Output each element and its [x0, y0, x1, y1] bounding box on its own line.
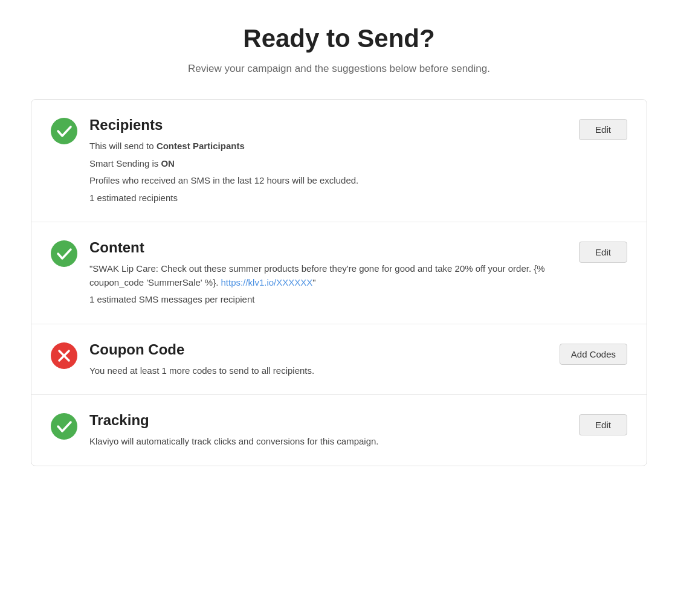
coupon-action: Add Codes — [560, 344, 627, 365]
recipients-list-name: Contest Participants — [157, 141, 245, 151]
content-action: Edit — [579, 242, 627, 263]
content-status-icon — [51, 240, 77, 267]
add-codes-button[interactable]: Add Codes — [560, 344, 627, 365]
page-title: Ready to Send? — [31, 24, 647, 53]
svg-point-0 — [51, 118, 77, 144]
recipients-estimated: 1 estimated recipients — [89, 191, 567, 205]
content-edit-button[interactable]: Edit — [579, 242, 627, 263]
recipients-status-icon — [51, 118, 77, 144]
tracking-status-icon — [51, 413, 77, 440]
svg-point-5 — [51, 413, 77, 440]
content-sms-estimate: 1 estimated SMS messages per recipient — [89, 293, 567, 307]
recipients-smart-sending: Smart Sending is ON — [89, 157, 567, 171]
recipients-edit-button[interactable]: Edit — [579, 119, 627, 140]
tracking-description: Klaviyo will automatically track clicks … — [89, 435, 567, 449]
recipients-content: Recipients This will send to Contest Par… — [89, 117, 567, 205]
content-message: "SWAK Lip Care: Check out these summer p… — [89, 262, 567, 289]
coupon-code-section: Coupon Code You need at least 1 more cod… — [31, 324, 647, 396]
recipients-section: Recipients This will send to Contest Par… — [31, 100, 647, 222]
content-section: Content "SWAK Lip Care: Check out these … — [31, 222, 647, 324]
content-title: Content — [89, 239, 567, 256]
page-container: Ready to Send? Review your campaign and … — [19, 0, 659, 490]
tracking-action: Edit — [579, 414, 627, 435]
tracking-title: Tracking — [89, 412, 567, 429]
tracking-edit-button[interactable]: Edit — [579, 414, 627, 435]
coupon-description: You need at least 1 more codes to send t… — [89, 364, 547, 378]
recipients-title: Recipients — [89, 117, 567, 133]
content-message-end: " — [312, 277, 315, 287]
coupon-content: Coupon Code You need at least 1 more cod… — [89, 341, 547, 378]
recipients-exclusion-note: Profiles who received an SMS in the last… — [89, 174, 567, 188]
content-message-link[interactable]: https://klv1.io/XXXXXX — [221, 277, 313, 287]
recipients-action: Edit — [579, 119, 627, 140]
content-message-text: "SWAK Lip Care: Check out these summer p… — [89, 263, 545, 287]
coupon-status-icon — [51, 342, 77, 369]
tracking-section: Tracking Klaviyo will automatically trac… — [31, 395, 647, 466]
smart-sending-status: ON — [161, 158, 175, 168]
svg-point-1 — [51, 240, 77, 267]
recipients-send-to: This will send to Contest Participants — [89, 140, 567, 153]
content-content: Content "SWAK Lip Care: Check out these … — [89, 239, 567, 307]
tracking-content: Tracking Klaviyo will automatically trac… — [89, 412, 567, 449]
review-card: Recipients This will send to Contest Par… — [31, 99, 647, 466]
page-subtitle: Review your campaign and the suggestions… — [31, 63, 647, 75]
coupon-title: Coupon Code — [89, 341, 547, 358]
